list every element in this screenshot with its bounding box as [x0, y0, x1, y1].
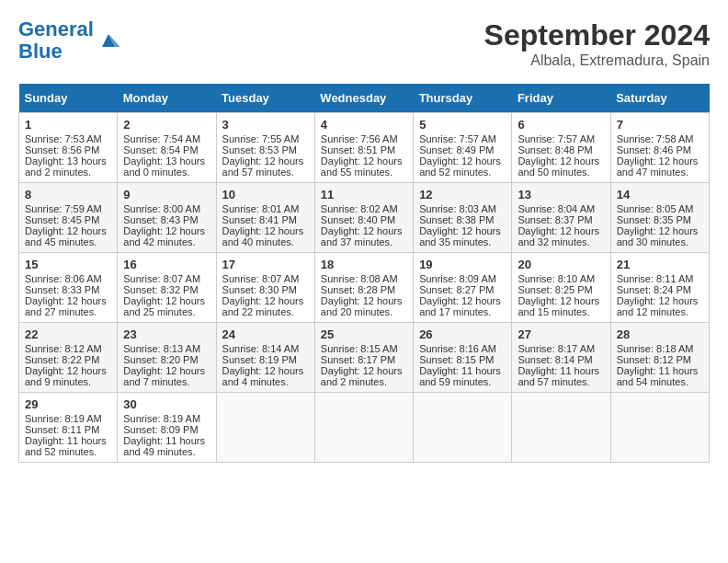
- cell-line: Daylight: 12 hours: [222, 225, 309, 236]
- calendar-cell: 8Sunrise: 7:59 AMSunset: 8:45 PMDaylight…: [19, 183, 118, 253]
- cell-line: Sunset: 8:11 PM: [25, 424, 111, 435]
- title-block: September 2024 Albala, Extremadura, Spai…: [484, 18, 710, 69]
- cell-line: Daylight: 12 hours: [419, 225, 506, 236]
- cell-line: Daylight: 12 hours: [321, 155, 407, 167]
- cell-line: Sunrise: 8:02 AM: [321, 203, 407, 214]
- cell-line: and 2 minutes.: [321, 376, 407, 387]
- cell-line: Sunset: 8:49 PM: [419, 144, 506, 155]
- cell-line: Sunrise: 8:18 AM: [617, 343, 703, 354]
- cell-line: Sunrise: 8:17 AM: [518, 343, 604, 354]
- day-number: 25: [321, 327, 407, 341]
- calendar-cell: 28Sunrise: 8:18 AMSunset: 8:12 PMDayligh…: [610, 323, 709, 393]
- cell-line: and 52 minutes.: [25, 446, 111, 457]
- cell-line: Daylight: 12 hours: [25, 365, 111, 376]
- day-number: 9: [123, 188, 210, 201]
- cell-line: and 47 minutes.: [617, 167, 703, 178]
- cell-line: Sunrise: 7:59 AM: [25, 203, 111, 214]
- cell-line: and 15 minutes.: [518, 306, 604, 317]
- calendar-cell: 11Sunrise: 8:02 AMSunset: 8:40 PMDayligh…: [314, 183, 413, 253]
- cell-line: and 37 minutes.: [321, 236, 407, 247]
- calendar-cell: 7Sunrise: 7:58 AMSunset: 8:46 PMDaylight…: [610, 113, 709, 183]
- calendar-cell: 2Sunrise: 7:54 AMSunset: 8:54 PMDaylight…: [118, 113, 216, 183]
- day-number: 24: [222, 327, 309, 341]
- cell-line: and 45 minutes.: [25, 236, 111, 247]
- cell-line: Daylight: 12 hours: [222, 155, 309, 167]
- cell-line: Daylight: 12 hours: [617, 225, 703, 236]
- calendar-cell: 1Sunrise: 7:53 AMSunset: 8:56 PMDaylight…: [19, 113, 118, 183]
- cell-line: Sunrise: 8:15 AM: [321, 343, 407, 354]
- cell-line: Daylight: 12 hours: [321, 295, 407, 306]
- cell-line: Daylight: 12 hours: [518, 295, 604, 306]
- cell-line: and 4 minutes.: [222, 376, 309, 387]
- day-header-saturday: Saturday: [610, 84, 709, 113]
- cell-line: Sunrise: 8:12 AM: [25, 343, 111, 354]
- cell-line: Sunrise: 8:13 AM: [123, 343, 210, 354]
- cell-line: Daylight: 12 hours: [617, 155, 703, 167]
- calendar-cell: 30Sunrise: 8:19 AMSunset: 8:09 PMDayligh…: [118, 393, 216, 463]
- cell-line: Sunset: 8:45 PM: [25, 214, 111, 225]
- cell-line: and 20 minutes.: [321, 306, 407, 317]
- day-header-sunday: Sunday: [19, 84, 118, 113]
- cell-line: and 0 minutes.: [123, 167, 210, 178]
- day-number: 30: [123, 397, 210, 411]
- cell-line: Sunrise: 8:09 AM: [419, 273, 506, 284]
- cell-line: and 57 minutes.: [518, 376, 604, 387]
- day-number: 15: [25, 258, 111, 271]
- calendar-cell: 6Sunrise: 7:57 AMSunset: 8:48 PMDaylight…: [512, 113, 610, 183]
- calendar-cell: 14Sunrise: 8:05 AMSunset: 8:35 PMDayligh…: [610, 183, 709, 253]
- cell-line: Daylight: 11 hours: [518, 365, 604, 376]
- cell-line: Daylight: 11 hours: [617, 365, 703, 376]
- day-number: 2: [123, 118, 210, 132]
- cell-line: Sunset: 8:15 PM: [419, 354, 506, 365]
- cell-line: Daylight: 12 hours: [617, 295, 703, 306]
- day-header-wednesday: Wednesday: [314, 84, 413, 113]
- logo-icon: [96, 28, 121, 53]
- day-number: 23: [123, 327, 210, 341]
- cell-line: Daylight: 12 hours: [25, 225, 111, 236]
- cell-line: Sunset: 8:56 PM: [25, 144, 111, 155]
- cell-line: Sunrise: 7:55 AM: [222, 133, 309, 144]
- cell-line: Sunset: 8:48 PM: [518, 144, 604, 155]
- calendar-cell: [314, 393, 413, 463]
- cell-line: Sunset: 8:43 PM: [123, 214, 210, 225]
- cell-line: Daylight: 12 hours: [222, 295, 309, 306]
- day-number: 13: [518, 188, 604, 201]
- day-number: 16: [123, 258, 210, 271]
- calendar-cell: 3Sunrise: 7:55 AMSunset: 8:53 PMDaylight…: [216, 113, 314, 183]
- cell-line: and 35 minutes.: [419, 236, 506, 247]
- cell-line: Sunset: 8:28 PM: [321, 284, 407, 295]
- cell-line: Sunset: 8:38 PM: [419, 214, 506, 225]
- cell-line: Sunset: 8:20 PM: [123, 354, 210, 365]
- cell-line: Sunset: 8:24 PM: [617, 284, 703, 295]
- cell-line: and 30 minutes.: [617, 236, 703, 247]
- calendar-cell: 21Sunrise: 8:11 AMSunset: 8:24 PMDayligh…: [610, 253, 709, 323]
- day-number: 4: [321, 118, 407, 132]
- cell-line: Sunset: 8:51 PM: [321, 144, 407, 155]
- cell-line: Daylight: 12 hours: [419, 155, 506, 167]
- cell-line: Sunset: 8:37 PM: [518, 214, 604, 225]
- cell-line: and 32 minutes.: [518, 236, 604, 247]
- week-row-1: 1Sunrise: 7:53 AMSunset: 8:56 PMDaylight…: [19, 113, 710, 183]
- day-header-friday: Friday: [512, 84, 610, 113]
- cell-line: and 17 minutes.: [419, 306, 506, 317]
- day-number: 10: [222, 188, 309, 201]
- cell-line: Sunrise: 7:58 AM: [617, 133, 703, 144]
- calendar-body: 1Sunrise: 7:53 AMSunset: 8:56 PMDaylight…: [19, 113, 710, 463]
- cell-line: Sunset: 8:09 PM: [123, 424, 210, 435]
- cell-line: Daylight: 12 hours: [321, 225, 407, 236]
- calendar-cell: 19Sunrise: 8:09 AMSunset: 8:27 PMDayligh…: [414, 253, 512, 323]
- header-row: SundayMondayTuesdayWednesdayThursdayFrid…: [19, 84, 710, 113]
- calendar-cell: 13Sunrise: 8:04 AMSunset: 8:37 PMDayligh…: [512, 183, 610, 253]
- cell-line: Daylight: 12 hours: [518, 225, 604, 236]
- cell-line: Sunset: 8:40 PM: [321, 214, 407, 225]
- day-header-thursday: Thursday: [414, 84, 512, 113]
- cell-line: Sunrise: 8:11 AM: [617, 273, 703, 284]
- cell-line: Sunset: 8:19 PM: [222, 354, 309, 365]
- cell-line: Sunset: 8:25 PM: [518, 284, 604, 295]
- cell-line: and 55 minutes.: [321, 167, 407, 178]
- cell-line: Daylight: 12 hours: [321, 365, 407, 376]
- day-number: 22: [25, 327, 111, 341]
- calendar-cell: 10Sunrise: 8:01 AMSunset: 8:41 PMDayligh…: [216, 183, 314, 253]
- week-row-4: 22Sunrise: 8:12 AMSunset: 8:22 PMDayligh…: [19, 323, 710, 393]
- cell-line: and 49 minutes.: [123, 446, 210, 457]
